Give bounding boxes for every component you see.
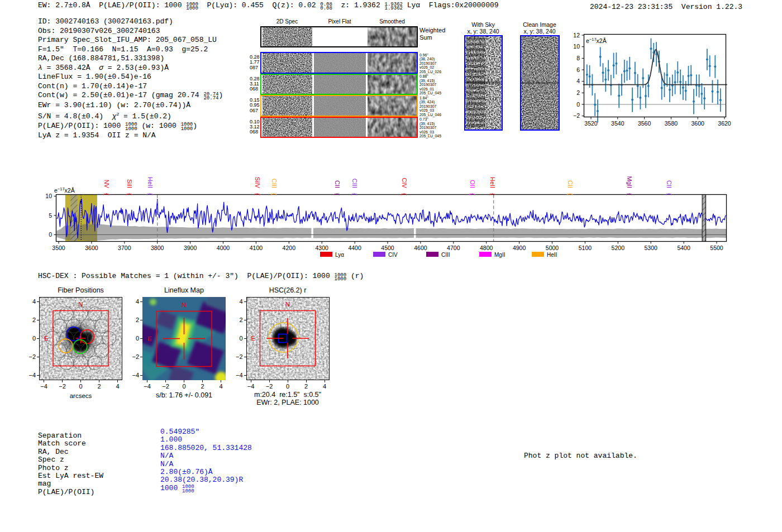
svg-text:N: N bbox=[285, 301, 290, 308]
svg-text:E: E bbox=[251, 335, 256, 342]
